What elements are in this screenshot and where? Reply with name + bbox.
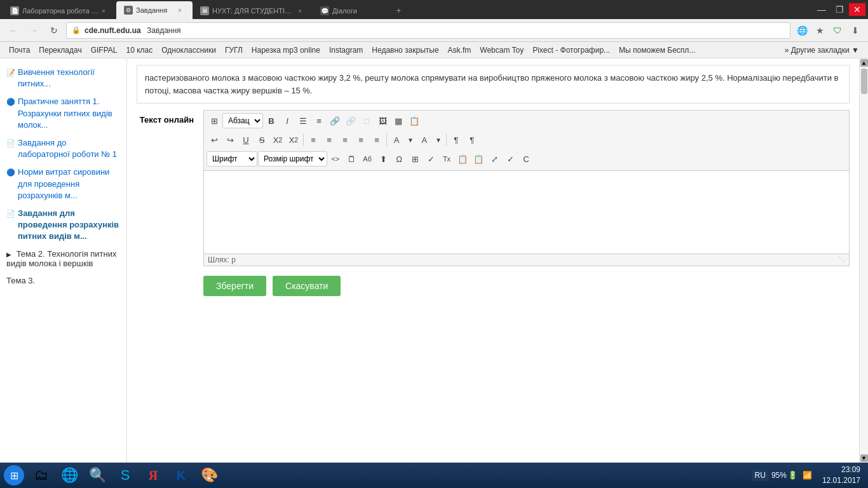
toolbar-image-btn[interactable]: 🖼: [375, 113, 390, 128]
bookmark-askfm[interactable]: Ask.fm: [444, 44, 475, 56]
sidebar-link-normy[interactable]: 🔵 Норми витрат сировини для проведення р…: [6, 166, 120, 201]
sidebar-link-zavdannya-lab[interactable]: 📄 Завдання до лабораторної роботи № 1: [6, 137, 120, 160]
taskbar-search[interactable]: 🔍: [84, 464, 111, 486]
taskbar-explorer[interactable]: 🗂: [28, 464, 55, 486]
toolbar-sup-btn[interactable]: X2: [286, 132, 301, 147]
toolbar-paste-text-btn[interactable]: Аб: [360, 151, 375, 166]
tab-close-1[interactable]: ×: [98, 6, 109, 16]
toolbar-align-justify[interactable]: ≡: [353, 132, 369, 147]
toolbar-upload-btn[interactable]: ⬆: [376, 151, 391, 166]
bookmark-perekladach[interactable]: Перекладач: [35, 44, 85, 56]
sidebar-item-normy[interactable]: 🔵 Норми витрат сировини для проведення р…: [0, 163, 126, 205]
forward-button[interactable]: →: [25, 22, 42, 39]
font-select[interactable]: Шрифт: [207, 151, 257, 166]
toolbar-undo-btn[interactable]: ↩: [207, 132, 222, 147]
bookmark-pixect[interactable]: Pixect - Фотографир...: [529, 44, 614, 56]
toolbar-font-color[interactable]: A: [389, 132, 404, 147]
start-button[interactable]: ⊞: [3, 464, 25, 486]
bookmark-webcam[interactable]: Webcam Toy: [476, 44, 527, 56]
toolbar-ul-btn[interactable]: ☰: [295, 113, 311, 128]
save-button[interactable]: Зберегти: [203, 276, 266, 296]
toolbar-bg-color-arrow[interactable]: ▼: [433, 132, 444, 147]
sidebar-item-zavdannya-lab[interactable]: 📄 Завдання до лабораторної роботи № 1: [0, 134, 126, 163]
taskbar-yandex[interactable]: Я: [140, 464, 166, 486]
tab-close-3[interactable]: ×: [295, 6, 305, 16]
toolbar-bold-btn[interactable]: B: [264, 113, 279, 128]
bookmark-nedavno[interactable]: Недавно закрытые: [368, 44, 442, 56]
bookmark-mp3[interactable]: Нарезка mp3 online: [248, 44, 324, 56]
content-scrollbar[interactable]: ▲ ▼: [859, 58, 868, 463]
taskbar-skype[interactable]: S: [112, 464, 139, 486]
toolbar-media-btn[interactable]: ▦: [391, 113, 406, 128]
toolbar-paste2-btn[interactable]: 📋: [455, 151, 470, 166]
toolbar-copy-btn[interactable]: 🗒: [344, 151, 359, 166]
tab-dialogy[interactable]: 💬 Діалоги: [313, 3, 389, 19]
toolbar-redo-btn[interactable]: ↪: [222, 132, 238, 147]
bookmark-10klas[interactable]: 10 клас: [123, 44, 157, 56]
toolbar-c-btn[interactable]: C: [519, 151, 534, 166]
tab-lab-work[interactable]: 📄 Лабораторна робота № 1... ×: [3, 3, 116, 19]
toolbar-paste3-btn[interactable]: 📋: [471, 151, 486, 166]
toolbar-para-mark[interactable]: ¶: [449, 132, 464, 147]
download-icon[interactable]: ⬇: [848, 23, 863, 38]
bookmark-instagram[interactable]: Instagram: [325, 44, 367, 56]
toolbar-underline-btn[interactable]: U: [238, 132, 254, 147]
sidebar-link-vyvchennya[interactable]: 📝 Вивчення технології питних...: [6, 67, 120, 90]
sidebar-item-praktychne[interactable]: 🔵 Практичне заняття 1. Розрахунки питних…: [0, 93, 126, 134]
toolbar-strike-btn[interactable]: S: [254, 132, 269, 147]
toolbar-omega-btn[interactable]: Ω: [391, 151, 407, 166]
toolbar-template-btn[interactable]: 📋: [407, 113, 422, 128]
minimize-button[interactable]: —: [813, 3, 830, 16]
toolbar-fullscreen-btn[interactable]: ⤢: [487, 151, 502, 166]
toolbar-italic-btn[interactable]: I: [280, 113, 295, 128]
toolbar-table-btn[interactable]: ⊞: [207, 113, 222, 128]
toolbar-check-btn[interactable]: ✓: [423, 151, 438, 166]
toolbar-source-btn[interactable]: <>: [328, 151, 343, 166]
toolbar-font-color-arrow[interactable]: ▼: [405, 132, 416, 147]
shield-icon[interactable]: 🛡: [830, 23, 845, 38]
back-button[interactable]: ←: [5, 22, 22, 39]
cancel-button[interactable]: Скасувати: [273, 276, 341, 296]
tab-close-2[interactable]: ×: [175, 5, 185, 15]
sidebar-link-zavdannya-active[interactable]: 📄 Завдання для проведення розрахунків пи…: [6, 208, 120, 243]
toolbar-tx-btn[interactable]: Tx: [439, 151, 454, 166]
toolbar-link-btn[interactable]: 🔗: [327, 113, 342, 128]
taskbar-paint[interactable]: 🎨: [196, 464, 222, 486]
close-button[interactable]: ✕: [849, 3, 865, 16]
toolbar-para-mark2[interactable]: ¶: [465, 132, 480, 147]
system-date: 12.01.2017: [822, 475, 860, 486]
bookmark-gugol[interactable]: ГУГЛ: [221, 44, 247, 56]
toolbar-check2-btn[interactable]: ✓: [503, 151, 518, 166]
sidebar-link-praktychne[interactable]: 🔵 Практичне заняття 1. Розрахунки питних…: [6, 96, 120, 131]
sidebar-item-vyvchennya[interactable]: 📝 Вивчення технології питних...: [0, 64, 126, 93]
size-select[interactable]: Розмір шрифт: [258, 151, 327, 166]
url-bar[interactable]: 🔒 cde.nuft.edu.ua Завдання: [66, 22, 790, 39]
resize-handle[interactable]: ⋱: [838, 255, 845, 264]
tab-zavdannya[interactable]: ⚙ Завдання ×: [116, 1, 193, 19]
taskbar-k[interactable]: K: [168, 464, 194, 486]
paragraph-select[interactable]: Абзац: [222, 113, 263, 128]
taskbar-chrome[interactable]: 🌐: [56, 464, 83, 486]
toolbar-ol-btn[interactable]: ≡: [311, 113, 327, 128]
more-bookmarks[interactable]: » Другие закладки ▼: [781, 44, 863, 56]
toolbar-table2-btn[interactable]: ⊞: [407, 151, 423, 166]
new-tab-button[interactable]: +: [389, 3, 408, 19]
bookmark-pochta[interactable]: Почта: [5, 44, 34, 56]
tab-nuxt[interactable]: 🏛 НУХТ: ДЛЯ СТУДЕНТІВ: Доп... ×: [193, 3, 313, 19]
toolbar-unlink-btn[interactable]: 🔗: [343, 113, 358, 128]
editor-body[interactable]: [204, 171, 849, 254]
bookmark-icon[interactable]: ★: [812, 23, 827, 38]
toolbar-align-right[interactable]: ≡: [337, 132, 353, 147]
refresh-button[interactable]: ↻: [46, 22, 62, 39]
bookmark-odnoklassniki[interactable]: Одноклассники: [158, 44, 220, 56]
restore-button[interactable]: ❐: [831, 3, 848, 16]
toolbar-sub-btn[interactable]: X2: [270, 132, 285, 147]
bookmark-my[interactable]: Мы поможем Беспл...: [615, 44, 699, 56]
bookmark-gifpal[interactable]: GIFPAL: [87, 44, 121, 56]
toolbar-align-left[interactable]: ≡: [306, 132, 321, 147]
toolbar-indent-less[interactable]: ≡: [369, 132, 384, 147]
sidebar-item-zavdannya-active[interactable]: 📄 Завдання для проведення розрахунків пи…: [0, 205, 126, 246]
toolbar-bg-color[interactable]: A: [417, 132, 432, 147]
toolbar-align-center[interactable]: ≡: [322, 132, 337, 147]
translate-icon[interactable]: 🌐: [794, 23, 810, 38]
